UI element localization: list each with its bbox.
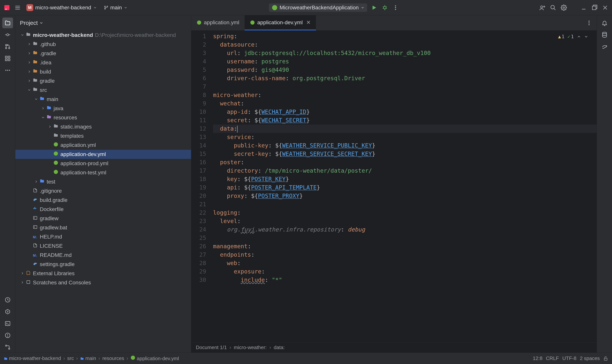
ok-count[interactable]: 1 [568,32,574,41]
tree-item[interactable]: .gitignore [15,186,191,195]
breadcrumb-p1[interactable]: micro-weather: [234,345,267,351]
chevron-down-icon[interactable] [584,35,588,39]
svg-point-30 [6,34,9,36]
run-button[interactable] [370,4,378,12]
tree-item[interactable]: settings.gradle [15,260,191,269]
svg-point-64 [250,20,255,25]
caret-position[interactable]: 12:8 [533,355,542,361]
tree-item[interactable]: static.images [15,122,191,131]
maximize-icon[interactable] [591,4,598,12]
tree-item[interactable]: build.gradle [15,195,191,205]
services-tool-button[interactable] [2,306,13,317]
tree-root[interactable]: micro-weather-backendD:\Project\micro-we… [15,31,191,40]
svg-point-52 [54,142,58,146]
problems-tool-button[interactable] [2,330,13,341]
project-tree[interactable]: micro-weather-backendD:\Project\micro-we… [15,31,191,352]
tree-item[interactable]: application.yml [15,141,191,150]
indent-setting[interactable]: 2 spaces [580,355,600,361]
profiler-tool-button[interactable] [2,295,13,305]
tree-item[interactable]: src [15,86,191,95]
tree-item[interactable]: LICENSE [15,241,191,251]
tree-item[interactable]: build [15,67,191,76]
tree-item[interactable]: gradlew.bat [15,223,191,232]
nav-bar-item[interactable]: resources [102,355,124,361]
editor-tabs: application.ymlapplication-dev.yml✕ [191,15,597,31]
nav-bar-item[interactable]: application-dev.yml [130,355,179,362]
tree-item[interactable]: templates [15,131,191,141]
tree-item[interactable]: java [15,104,191,113]
gradle-tool-button[interactable] [599,41,610,52]
notifications-tool-button[interactable] [599,18,610,28]
tree-ext-libs[interactable]: External Libraries [15,269,191,278]
project-badge: M [26,4,33,11]
inspections-widget[interactable]: 1 1 [558,32,588,41]
close-icon[interactable] [601,4,609,12]
terminal-tool-button[interactable] [2,318,13,329]
branch-selector[interactable]: main [102,3,130,12]
tree-item[interactable]: gradlew [15,214,191,223]
structure-tool-button[interactable] [2,53,13,64]
chevron-up-icon[interactable] [577,35,581,39]
nav-bar-item[interactable]: main [80,355,96,361]
navigation-bar[interactable]: micro-weather-backend›src› main›resource… [4,355,179,362]
close-tab-icon[interactable]: ✕ [306,19,311,26]
readonly-lock-icon[interactable] [603,356,608,361]
svg-marker-44 [6,309,10,314]
code-with-me-icon[interactable] [539,4,546,12]
tree-item[interactable]: Dockerfile [15,205,191,214]
tree-item[interactable]: resources [15,113,191,122]
vcs-tool-button[interactable] [2,342,13,352]
more-actions-icon[interactable] [392,4,399,12]
svg-rect-0 [4,5,10,10]
tree-item[interactable]: .gradle [15,49,191,58]
minimize-icon[interactable] [580,4,587,12]
commit-tool-button[interactable] [2,29,13,40]
breadcrumb-doc: Document 1/1 [196,345,227,351]
svg-point-51 [8,348,10,350]
svg-rect-1 [5,9,7,9]
tree-item[interactable]: .idea [15,58,191,67]
svg-point-18 [395,7,396,8]
nav-bar-item[interactable]: micro-weather-backend [4,355,61,361]
settings-icon[interactable] [560,4,568,12]
main-logo-icon[interactable] [3,4,11,12]
pull-requests-tool-button[interactable] [2,41,13,52]
project-pane-title: Project [20,20,38,26]
tree-item[interactable]: M↓HELP.md [15,232,191,241]
line-separator[interactable]: CRLF [546,355,559,361]
tree-item[interactable]: application-dev.yml [15,150,191,159]
breadcrumb-p2[interactable]: data: [274,345,285,351]
tree-item[interactable]: test [15,177,191,186]
more-tool-button[interactable] [2,65,13,76]
run-configuration-selector[interactable]: MicroweatherBackendApplication [269,3,367,12]
database-tool-button[interactable] [599,29,610,40]
svg-point-17 [395,5,396,6]
debug-button[interactable] [381,4,389,12]
code-editor[interactable]: 1234567891011121314151617181920212223242… [191,31,597,342]
project-pane: Project micro-weather-backendD:\Project\… [15,15,191,352]
tree-item[interactable]: application-test.yml [15,168,191,177]
project-pane-header[interactable]: Project [15,15,191,31]
search-icon[interactable] [549,4,557,12]
project-tool-button[interactable] [2,18,13,28]
tree-item[interactable]: main [15,95,191,104]
warnings-count[interactable]: 1 [558,32,564,41]
main-menu-icon[interactable] [14,4,21,12]
tree-item[interactable]: M↓README.md [15,251,191,260]
project-selector[interactable]: M micro-weather-backend [25,3,99,12]
editor-tab[interactable]: application-dev.yml✕ [245,15,316,30]
svg-rect-27 [592,6,596,10]
tree-item[interactable]: .github [15,40,191,49]
code-content[interactable]: 1 1 spring: datasource: url: jdbc:postgr… [210,31,597,342]
tree-item[interactable]: application-prod.yml [15,159,191,168]
editor-breadcrumb[interactable]: Document 1/1 › micro-weather: › data: [191,342,597,352]
svg-rect-70 [604,358,607,360]
spring-icon [272,5,278,11]
svg-point-63 [197,20,201,25]
editor-tab[interactable]: application.yml [191,15,245,30]
nav-bar-item[interactable]: src [67,355,74,361]
file-encoding[interactable]: UTF-8 [562,355,576,361]
tree-item[interactable]: gradle [15,76,191,86]
tab-options-icon[interactable] [585,19,593,27]
tree-scratches[interactable]: Scratches and Consoles [15,278,191,287]
